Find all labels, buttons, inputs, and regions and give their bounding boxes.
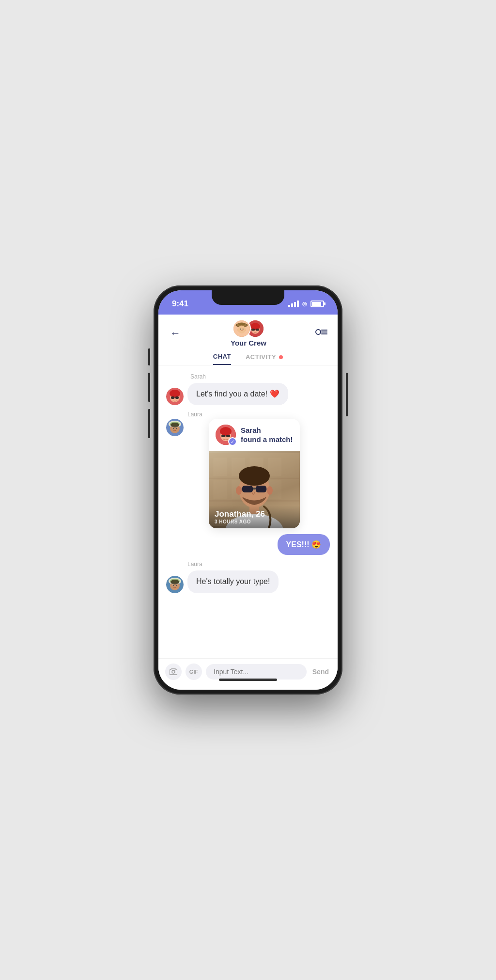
message-group-laura-card: Laura: [166, 411, 330, 528]
match-photo[interactable]: Jonathan, 26 3 HOURS AGO: [209, 451, 300, 528]
svg-point-5: [238, 326, 246, 333]
wifi-icon: ⊜: [302, 300, 308, 308]
match-avatar-wrapper: ✓: [216, 425, 236, 445]
match-card-header: ✓ Sarah found a match!: [209, 419, 300, 451]
svg-point-3: [238, 322, 245, 325]
message-row-me: YES!!! 😍: [166, 534, 330, 555]
svg-rect-31: [221, 435, 225, 437]
message-group-laura-2: Laura: [166, 561, 330, 593]
sender-name-sarah: Sarah: [190, 373, 330, 380]
match-time: 3 HOURS AGO: [215, 519, 294, 524]
svg-point-60: [173, 585, 174, 586]
message-bubble-sarah: Let's find you a date! ❤️: [187, 383, 288, 405]
avatar-sarah: [166, 388, 184, 405]
svg-rect-19: [175, 396, 179, 399]
phone-screen: 9:41 ⊜ ←: [158, 290, 338, 690]
svg-rect-18: [171, 396, 174, 399]
battery-icon: [310, 300, 324, 307]
send-button[interactable]: Send: [310, 668, 331, 676]
back-button[interactable]: ←: [168, 325, 183, 342]
match-info: Jonathan, 26 3 HOURS AGO: [209, 506, 300, 528]
svg-rect-13: [255, 330, 256, 330]
power-btn[interactable]: [346, 373, 348, 416]
crew-avatar-1: [232, 319, 251, 338]
tab-chat[interactable]: CHAT: [213, 353, 231, 365]
tabs: CHAT ACTIVITY: [168, 349, 328, 365]
svg-point-61: [176, 585, 177, 586]
activity-dot: [279, 355, 283, 359]
svg-point-7: [243, 329, 244, 330]
svg-point-14: [316, 330, 321, 334]
message-group-sarah: Sarah: [166, 373, 330, 405]
svg-point-17: [170, 390, 180, 397]
svg-point-26: [176, 428, 177, 429]
svg-rect-20: [174, 397, 175, 398]
svg-rect-33: [225, 436, 226, 437]
contacts-menu-button[interactable]: [314, 327, 328, 340]
header: ←: [158, 315, 338, 365]
svg-point-25: [173, 428, 174, 429]
message-row-laura-2: He's totally your type!: [166, 570, 330, 593]
gif-button[interactable]: GIF: [186, 664, 202, 680]
svg-point-55: [267, 486, 273, 495]
header-title: Your Crew: [231, 339, 266, 347]
signal-icon: [288, 300, 299, 307]
volume-up-btn[interactable]: [148, 373, 150, 402]
avatar-laura: [166, 419, 184, 436]
match-card-text: Sarah found a match!: [241, 426, 293, 444]
svg-point-27: [170, 423, 179, 427]
message-row-sarah: Let's find you a date! ❤️: [166, 383, 330, 405]
crew-avatars: [232, 319, 264, 338]
sender-name-laura-card: Laura: [187, 411, 330, 418]
volume-down-btn[interactable]: [148, 409, 150, 438]
svg-rect-49: [242, 486, 253, 492]
svg-point-6: [240, 329, 241, 330]
svg-point-54: [236, 486, 242, 495]
message-input[interactable]: [206, 664, 307, 680]
message-bubble-laura-2: He's totally your type!: [187, 570, 279, 593]
match-name: Jonathan, 26: [215, 509, 294, 519]
match-card[interactable]: ✓ Sarah found a match!: [209, 419, 300, 528]
tab-activity[interactable]: ACTIVITY: [246, 353, 283, 365]
header-center: Your Crew: [231, 319, 266, 347]
svg-point-63: [172, 670, 175, 673]
svg-rect-12: [256, 329, 259, 331]
svg-rect-32: [226, 435, 230, 437]
svg-point-48: [239, 466, 270, 486]
input-area: GIF Send: [158, 658, 338, 690]
chat-area: Sarah: [158, 365, 338, 658]
home-indicator: [219, 679, 277, 681]
status-icons: ⊜: [288, 300, 324, 308]
status-time: 9:41: [172, 299, 188, 309]
avatar-laura-2: [166, 576, 184, 593]
sender-name-laura-2: Laura: [187, 561, 330, 568]
phone-frame: 9:41 ⊜ ←: [154, 285, 342, 695]
svg-point-62: [170, 580, 179, 585]
svg-point-30: [220, 427, 232, 436]
svg-rect-50: [256, 486, 266, 492]
camera-button[interactable]: [165, 664, 182, 680]
volume-silent-btn[interactable]: [148, 348, 150, 365]
svg-rect-11: [251, 329, 255, 331]
svg-rect-51: [253, 488, 256, 490]
message-bubble-me: YES!!! 😍: [278, 534, 330, 555]
phone-notch: [212, 290, 284, 305]
